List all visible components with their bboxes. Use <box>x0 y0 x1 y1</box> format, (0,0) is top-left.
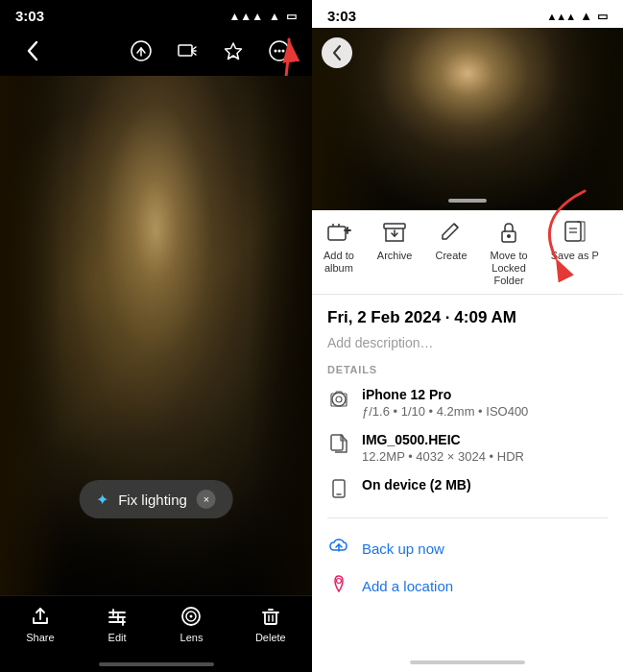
right-status-bar: 3:03 ▲▲▲ ▲ ▭ <box>312 0 623 28</box>
svg-line-31 <box>454 224 458 228</box>
sparkle-icon: ✦ <box>96 491 108 509</box>
toolbar-icons <box>124 34 297 68</box>
edit-button[interactable]: Edit <box>107 606 128 643</box>
svg-rect-2 <box>179 45 192 56</box>
file-detail-row: IMG_0500.HEIC 12.2MP • 4032 × 3024 • HDR <box>327 432 608 464</box>
add-to-album-label: Add toalbum <box>323 250 354 275</box>
right-home-indicator <box>410 660 525 664</box>
delete-button[interactable]: Delete <box>255 606 286 643</box>
location-icon <box>327 573 350 599</box>
camera-detail-row: iPhone 12 Pro ƒ/1.6 • 1/10 • 4.2mm • ISO… <box>327 387 608 419</box>
scroll-indicator <box>448 199 487 203</box>
locked-folder-label: Move toLockedFolder <box>491 250 528 288</box>
divider <box>327 517 608 518</box>
backup-label: Back up now <box>362 540 444 557</box>
edit-label: Edit <box>108 632 127 643</box>
device-storage-content: On device (2 MB) <box>362 477 608 494</box>
right-photo-area <box>312 28 623 210</box>
delete-label: Delete <box>255 632 286 643</box>
back-button[interactable] <box>15 34 50 68</box>
left-status-icons: ▲▲▲ ▲ ▭ <box>228 10 297 23</box>
camera-settings: ƒ/1.6 • 1/10 • 4.2mm • ISO400 <box>362 404 608 419</box>
svg-marker-6 <box>226 43 242 60</box>
left-photo-area: ✦ Fix lighting × <box>0 76 312 595</box>
left-bottom-bar: Share Edit Lens <box>0 595 312 662</box>
file-icon <box>327 433 350 459</box>
right-signal-icon: ▲▲▲ <box>546 11 575 22</box>
battery-icon: ▭ <box>286 10 297 23</box>
more-button[interactable] <box>262 34 297 68</box>
share-button[interactable]: Share <box>26 606 54 643</box>
action-bar-wrapper: Add toalbum Archive Create <box>312 210 623 295</box>
cast-button[interactable] <box>170 34 204 68</box>
archive-label: Archive <box>377 250 413 262</box>
left-home-indicator <box>99 662 214 666</box>
fix-lighting-text: Fix lighting <box>118 492 187 508</box>
action-save-pdf[interactable]: Save as P <box>539 220 611 288</box>
save-pdf-label: Save as P <box>551 250 599 262</box>
details-section-label: DETAILS <box>327 364 608 375</box>
fix-lighting-close[interactable]: × <box>197 490 216 509</box>
photo-date-time: Fri, 2 Feb 2024 · 4:09 AM <box>327 308 608 327</box>
camera-model: iPhone 12 Pro <box>362 387 608 402</box>
device-storage: On device (2 MB) <box>362 477 608 492</box>
svg-point-33 <box>507 234 511 238</box>
svg-point-9 <box>278 50 281 53</box>
action-locked-folder[interactable]: Move toLockedFolder <box>479 220 539 288</box>
right-panel: 3:03 ▲▲▲ ▲ ▭ <box>312 0 623 672</box>
file-name: IMG_0500.HEIC <box>362 432 608 447</box>
left-toolbar <box>0 28 312 76</box>
action-add-to-album[interactable]: Add toalbum <box>312 220 366 288</box>
svg-point-44 <box>337 578 342 583</box>
file-detail-content: IMG_0500.HEIC 12.2MP • 4032 × 3024 • HDR <box>362 432 608 464</box>
lens-button[interactable]: Lens <box>180 606 204 643</box>
svg-point-10 <box>282 50 285 53</box>
right-wifi-icon: ▲ <box>580 9 592 23</box>
action-bar: Add toalbum Archive Create <box>312 210 623 295</box>
backup-row[interactable]: Back up now <box>327 530 608 567</box>
right-time: 3:03 <box>327 8 356 24</box>
action-create[interactable]: Create <box>424 220 479 288</box>
svg-rect-21 <box>265 612 276 624</box>
add-location-row[interactable]: Add a location <box>327 567 608 605</box>
right-back-button[interactable] <box>322 37 352 68</box>
svg-point-8 <box>275 50 277 53</box>
svg-rect-34 <box>565 222 581 241</box>
upload-button[interactable] <box>124 34 158 68</box>
add-location-label: Add a location <box>362 578 453 594</box>
right-battery-icon: ▭ <box>597 10 608 23</box>
svg-rect-24 <box>328 227 346 240</box>
lens-label: Lens <box>180 632 204 643</box>
share-label: Share <box>26 632 54 643</box>
details-area: Fri, 2 Feb 2024 · 4:09 AM Add descriptio… <box>312 295 623 655</box>
camera-detail-content: iPhone 12 Pro ƒ/1.6 • 1/10 • 4.2mm • ISO… <box>362 387 608 419</box>
svg-rect-29 <box>384 224 405 228</box>
left-panel: 3:03 ▲▲▲ ▲ ▭ <box>0 0 312 672</box>
create-label: Create <box>436 250 467 262</box>
left-status-bar: 3:03 ▲▲▲ ▲ ▭ <box>0 0 312 28</box>
camera-icon <box>327 388 350 414</box>
svg-point-20 <box>190 615 193 618</box>
device-icon <box>327 478 350 504</box>
svg-point-38 <box>332 393 346 406</box>
star-button[interactable] <box>216 34 251 68</box>
file-details: 12.2MP • 4032 × 3024 • HDR <box>362 449 608 464</box>
device-storage-row: On device (2 MB) <box>327 477 608 504</box>
add-description[interactable]: Add description… <box>327 335 608 350</box>
fix-lighting-bar[interactable]: ✦ Fix lighting × <box>79 480 233 518</box>
svg-point-39 <box>336 396 342 402</box>
wifi-icon: ▲ <box>269 10 280 23</box>
left-time: 3:03 <box>15 8 44 24</box>
cloud-icon <box>327 536 350 562</box>
right-status-icons: ▲▲▲ ▲ ▭ <box>546 9 608 23</box>
signal-icon: ▲▲▲ <box>228 10 263 23</box>
action-archive[interactable]: Archive <box>366 220 424 288</box>
